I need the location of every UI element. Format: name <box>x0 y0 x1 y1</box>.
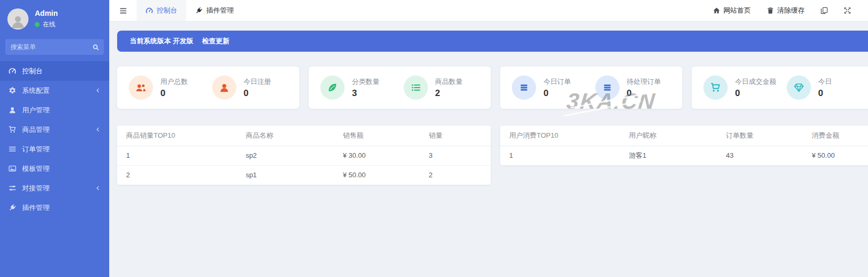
list-check-icon <box>404 75 428 100</box>
stat-label: 今日订单 <box>543 77 571 87</box>
cell-sales-amount: ¥ 50.00 <box>338 165 424 185</box>
tab-label: 插件管理 <box>206 6 234 15</box>
copy-button[interactable] <box>821 7 828 14</box>
sidebar-item-integration-management[interactable]: 对接管理 <box>0 178 109 198</box>
leaf-icon <box>320 75 345 100</box>
main-content: 当前系统版本 开发版 检查更新 用户总数 0 今日注册 0 <box>109 22 868 277</box>
stat-today-registered: 今日注册 0 <box>212 75 295 100</box>
cell-rank: 1 <box>117 146 241 165</box>
sidebar-toggle-button[interactable] <box>109 0 137 21</box>
user-spending-table: 用户消费TOP10 用户昵称 订单数量 消费金额 1 游客1 43 ¥ 50.0… <box>500 126 868 165</box>
cell-sales-count: 2 <box>424 165 491 185</box>
sidebar-item-label: 插件管理 <box>22 203 50 213</box>
dashboard-icon <box>8 67 16 75</box>
table-title: 用户消费TOP10 <box>500 126 624 146</box>
stat-pending-orders: 待处理订单 0 <box>595 75 679 100</box>
person-icon <box>10 14 26 30</box>
sidebar-item-plugin-management[interactable]: 插件管理 <box>0 198 109 217</box>
cell-spend-amount: ¥ 50.00 <box>807 146 868 165</box>
clear-cache-label: 清除缓存 <box>777 6 805 15</box>
tab-label: 控制台 <box>157 6 177 15</box>
stat-category-count: 分类数量 3 <box>320 75 404 100</box>
trash-icon <box>767 7 774 14</box>
cell-order-count: 43 <box>721 146 807 165</box>
sidebar-item-label: 系统配置 <box>22 86 50 95</box>
sidebar-item-label: 模板管理 <box>22 164 50 174</box>
stat-value: 0 <box>160 88 188 99</box>
stat-card-revenue: 今日成交金额 0 今日 0 <box>692 66 868 109</box>
cell-nickname: 游客1 <box>624 146 721 165</box>
plug-icon <box>195 7 203 14</box>
site-home-link[interactable]: 网站首页 <box>713 6 751 15</box>
online-status-dot <box>35 22 40 27</box>
stat-today-other: 今日 0 <box>787 75 868 100</box>
sidebar-item-user-management[interactable]: 用户管理 <box>0 100 109 120</box>
stat-value: 3 <box>352 88 379 99</box>
table-row: 2 sp1 ¥ 50.00 2 <box>117 165 491 185</box>
sliders-icon <box>8 184 16 192</box>
stat-card-users: 用户总数 0 今日注册 0 <box>117 66 299 109</box>
sidebar-item-label: 对接管理 <box>22 184 50 193</box>
table-row: 1 游客1 43 ¥ 50.00 <box>500 146 868 165</box>
sidebar-item-product-management[interactable]: 商品管理 <box>0 120 109 139</box>
stat-card-orders: 今日订单 0 待处理订单 0 <box>500 66 682 109</box>
cell-sales-amount: ¥ 30.00 <box>338 146 424 165</box>
sidebar-item-template-management[interactable]: 模板管理 <box>0 159 109 178</box>
stat-cards-row: 用户总数 0 今日注册 0 分类数量 3 <box>117 66 868 109</box>
tab-plugin-management[interactable]: 插件管理 <box>186 0 243 21</box>
version-alert-bar: 当前系统版本 开发版 检查更新 <box>117 31 868 52</box>
stat-label: 待处理订单 <box>627 77 661 87</box>
plug-icon <box>8 204 16 212</box>
stat-total-users: 用户总数 0 <box>129 75 212 100</box>
cell-product-name: sp2 <box>241 146 338 165</box>
search-input[interactable] <box>11 43 92 51</box>
stat-label: 今日 <box>818 77 832 87</box>
stat-card-catalog: 分类数量 3 商品数量 2 <box>309 66 491 109</box>
column-header: 商品名称 <box>241 126 338 146</box>
stat-label: 分类数量 <box>352 77 379 87</box>
gear-icon <box>8 87 16 94</box>
sidebar-item-label: 用户管理 <box>22 106 50 115</box>
column-header: 用户昵称 <box>624 126 721 146</box>
bars-icon <box>512 75 536 100</box>
clear-cache-button[interactable]: 清除缓存 <box>767 6 805 15</box>
template-icon <box>8 165 16 173</box>
user-icon <box>8 106 16 114</box>
avatar[interactable] <box>7 8 28 30</box>
stat-label: 商品数量 <box>435 77 463 87</box>
users-icon <box>129 75 153 100</box>
column-header: 销售额 <box>338 126 424 146</box>
column-header: 消费金额 <box>807 126 868 146</box>
menu-search <box>5 39 104 55</box>
fullscreen-button[interactable] <box>844 7 851 14</box>
cell-rank: 1 <box>500 146 624 165</box>
cell-product-name: sp1 <box>241 165 338 185</box>
stat-value: 0 <box>735 88 776 99</box>
version-text: 当前系统版本 开发版 <box>130 36 194 46</box>
sidebar-item-dashboard[interactable]: 控制台 <box>0 61 109 81</box>
sidebar-item-system-config[interactable]: 系统配置 <box>0 81 109 100</box>
tab-dashboard[interactable]: 控制台 <box>137 0 186 21</box>
cell-rank: 2 <box>117 165 241 185</box>
stat-label: 今日成交金额 <box>735 77 776 87</box>
check-update-link[interactable]: 检查更新 <box>202 36 230 46</box>
user-panel: Admin 在线 <box>0 0 109 35</box>
search-icon[interactable] <box>92 44 99 51</box>
stat-label: 用户总数 <box>160 77 188 87</box>
chevron-left-icon <box>95 127 101 132</box>
sidebar-menu: 控制台 系统配置 用户管理 商品管理 订单管理 模板管理 对接管理 <box>0 61 109 217</box>
sidebar-item-order-management[interactable]: 订单管理 <box>0 139 109 159</box>
stat-today-revenue: 今日成交金额 0 <box>703 75 787 100</box>
table-header-row: 用户消费TOP10 用户昵称 订单数量 消费金额 <box>500 126 868 146</box>
sidebar-item-label: 订单管理 <box>22 145 50 154</box>
table-row: 1 sp2 ¥ 30.00 3 <box>117 146 491 165</box>
stat-product-count: 商品数量 2 <box>404 75 487 100</box>
user-name: Admin <box>35 9 58 17</box>
column-header: 销量 <box>424 126 491 146</box>
stat-value: 0 <box>244 88 271 99</box>
stat-value: 0 <box>543 88 571 99</box>
expand-icon <box>844 7 851 14</box>
user-icon <box>212 75 236 100</box>
hamburger-icon <box>119 6 128 15</box>
cart-icon <box>703 75 728 100</box>
